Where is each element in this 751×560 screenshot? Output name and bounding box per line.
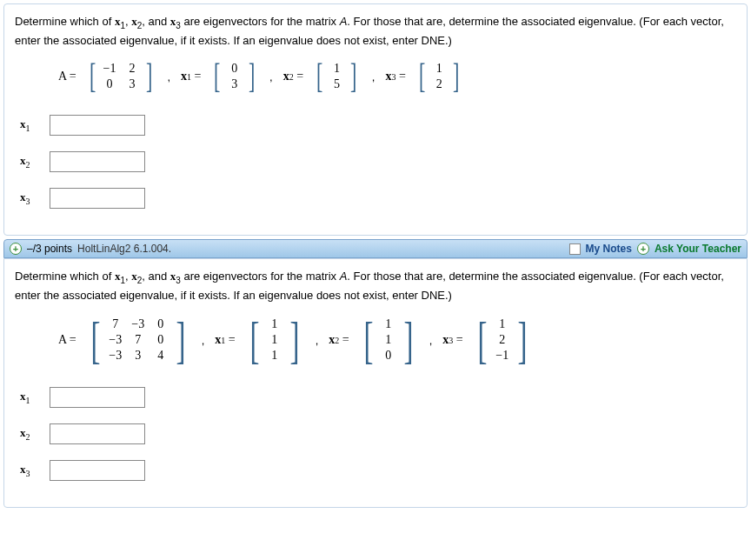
- question-2-answers: x1 x2 x3: [15, 387, 736, 481]
- x3-2-label: x3 =: [442, 333, 462, 347]
- answer-label-x2: x2: [20, 154, 41, 170]
- expand-icon[interactable]: +: [10, 243, 22, 255]
- answer2-label-x1: x1: [20, 390, 41, 405]
- vector-x3-2: [ 12−1 ]: [474, 314, 531, 366]
- ask-teacher-link[interactable]: Ask Your Teacher: [655, 243, 741, 255]
- vector-x1: [ 03 ]: [211, 59, 257, 94]
- question-2-prompt: Determine which of x1, x2, and x3 are ei…: [15, 268, 736, 303]
- answer2-input-x3[interactable]: [50, 460, 145, 481]
- answer-input-x3[interactable]: [50, 188, 145, 209]
- answer-label-x3: x3: [20, 190, 41, 206]
- question-2-box: Determine which of x1, x2, and x3 are ei…: [3, 258, 748, 508]
- x2-2-label: x2 =: [329, 333, 349, 347]
- ask-plus-icon[interactable]: +: [637, 243, 649, 255]
- answer2-input-x1[interactable]: [50, 387, 145, 408]
- vector-x3: [ 12 ]: [416, 59, 462, 94]
- x3-label: x3 =: [385, 70, 405, 83]
- my-notes-checkbox[interactable]: [569, 243, 581, 255]
- matrix-A: [ −10 23 ]: [87, 59, 156, 94]
- question-1-answers: x1 x2 x3: [15, 115, 736, 209]
- answer-label-x1: x1: [20, 117, 41, 133]
- x2-label: x2 =: [283, 70, 303, 83]
- vector-x2: [ 15 ]: [314, 59, 360, 94]
- answer-input-x1[interactable]: [50, 115, 145, 136]
- answer2-label-x3: x3: [20, 463, 41, 478]
- x1-2-label: x1 =: [215, 333, 235, 347]
- question-2-equation: A = [ 7−3−3 −373 004 ] , x1 = [ 111 ] , …: [15, 309, 736, 371]
- my-notes-link[interactable]: My Notes: [586, 243, 632, 255]
- answer2-input-x2[interactable]: [50, 423, 145, 444]
- question-1-equation: A = [ −10 23 ] , x1 = [ 03 ] , x2 = [ 15…: [15, 54, 736, 99]
- x1-label: x1 =: [181, 70, 201, 83]
- answer-input-x2[interactable]: [50, 151, 145, 172]
- answer2-label-x2: x2: [20, 426, 41, 442]
- vector-x2-2: [ 110 ]: [360, 314, 417, 366]
- matrix-A2: [ 7−3−3 −373 004 ]: [87, 314, 189, 366]
- question-1-prompt: Determine which of x1, x2, and x3 are ei…: [15, 13, 736, 49]
- question-2-header: + –/3 points HoltLinAlg2 6.1.004. My Not…: [3, 239, 748, 258]
- vector-x1-2: [ 111 ]: [246, 314, 303, 366]
- source-text: HoltLinAlg2 6.1.004.: [77, 243, 171, 255]
- matrix-A-label: A =: [58, 70, 76, 83]
- question-1-box: Determine which of x1, x2, and x3 are ei…: [3, 3, 748, 236]
- matrix-A2-label: A =: [58, 333, 76, 347]
- points-text: –/3 points: [27, 243, 72, 255]
